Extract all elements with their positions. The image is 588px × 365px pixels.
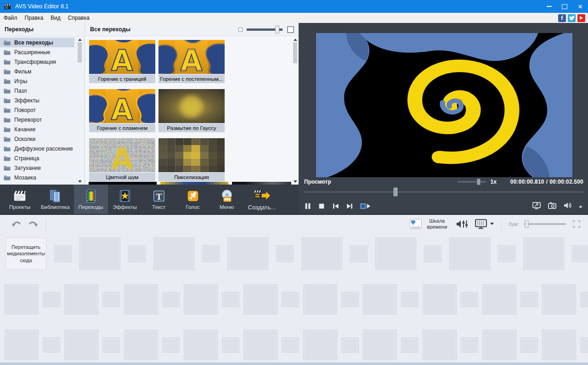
sidebar-item-8[interactable]: Переворот	[0, 115, 74, 124]
seek-track[interactable]	[303, 190, 584, 194]
sidebar-item-label: Трансформация	[14, 59, 56, 65]
maximize-button[interactable]	[557, 0, 572, 13]
preview-panel: Просмотр 1x 00:00:00.810/00:00:02.500	[299, 23, 588, 214]
timeline-scale-button[interactable]: Шкала времени	[410, 218, 449, 230]
create-icon	[253, 188, 271, 203]
volume-expand-icon[interactable]	[579, 205, 582, 208]
storyboard-cell-small	[461, 337, 478, 353]
storyboard-cell-small	[222, 292, 239, 307]
audio-mixer-button[interactable]	[456, 219, 468, 229]
transition-thumbnail: A	[89, 89, 155, 123]
fit-timeline-button[interactable]	[572, 220, 581, 228]
tab-create[interactable]: Создать...	[244, 185, 280, 214]
sidebar-item-14[interactable]: Мозаика	[0, 173, 74, 182]
storyboard-cell-small	[580, 292, 588, 307]
sidebar-item-3[interactable]: Фильм	[0, 67, 74, 76]
sidebar-scrollbar[interactable]	[77, 38, 82, 184]
scrollbar-thumb[interactable]	[78, 42, 82, 62]
menu-item-file[interactable]: Файл	[0, 13, 21, 23]
scroll-down-icon[interactable]	[294, 180, 297, 183]
tab-voice[interactable]: Голос	[176, 185, 210, 214]
facebook-icon[interactable]: f	[558, 14, 566, 22]
scroll-down-icon[interactable]	[78, 180, 82, 183]
play-segment-button[interactable]	[360, 202, 371, 210]
stop-button[interactable]	[318, 202, 325, 210]
scrollbar-thumb[interactable]	[293, 42, 297, 63]
sidebar-item-6[interactable]: Эффекты	[0, 95, 74, 105]
transition-card-pixelate[interactable]: Пикселизация	[157, 137, 226, 183]
tab-label: Текст	[152, 204, 165, 210]
undo-button[interactable]	[11, 219, 22, 229]
tab-transitions-selected[interactable]: Переходы	[74, 185, 108, 214]
storyboard-cell-big	[79, 237, 120, 270]
storyboard-cell-big	[301, 237, 342, 270]
youtube-icon[interactable]	[577, 14, 585, 22]
timeline-zoom-handle[interactable]	[525, 220, 529, 228]
tab-menu[interactable]: Меню	[210, 185, 244, 214]
playback-speed-slider[interactable]	[458, 181, 486, 183]
timeline-horizontal-scrollbar[interactable]	[0, 363, 588, 365]
menu-item-help[interactable]: Справка	[64, 13, 93, 23]
storyboard-cell-small	[498, 245, 515, 262]
play-glyph	[580, 16, 583, 20]
volume-button[interactable]	[563, 202, 572, 211]
transition-card-gaussian-blur[interactable]: Размытие по Гауссу	[157, 88, 226, 134]
sidebar-item-12[interactable]: Страница	[0, 153, 74, 163]
transition-card-burn-border[interactable]: A Горение с границей	[88, 39, 157, 84]
scroll-up-icon[interactable]	[294, 39, 297, 41]
tab-library[interactable]: Библиотека	[37, 185, 74, 214]
redo-button[interactable]	[28, 219, 39, 229]
storyboard-row-2	[0, 284, 588, 314]
sidebar-item-0-selected[interactable]: Все переходы	[0, 38, 74, 47]
thumbnail-size-slider[interactable]	[247, 28, 283, 31]
transitions-gallery: Все переходы A Горение с границей	[85, 23, 299, 185]
tab-projects[interactable]: Проекты	[3, 185, 37, 214]
storyboard-cell-small	[350, 245, 368, 262]
sidebar-item-13[interactable]: Затухание	[0, 163, 74, 173]
sidebar-item-4[interactable]: Игры	[0, 76, 74, 86]
scroll-up-icon[interactable]	[78, 39, 82, 41]
transition-card-label: Размытие по Гауссу	[158, 124, 225, 132]
maximize-icon	[562, 4, 567, 9]
twitter-icon[interactable]	[568, 14, 576, 22]
sidebar-item-11[interactable]: Диффузное рассеяние	[0, 144, 74, 153]
transition-card-burn-gradual[interactable]: A Горение с постепенным...	[157, 39, 226, 84]
gallery-scrollbar[interactable]	[293, 38, 298, 184]
storyboard-cell-small	[43, 292, 60, 307]
pause-button[interactable]	[304, 202, 311, 210]
previous-frame-button[interactable]	[332, 202, 339, 210]
timeline-zoom-slider[interactable]	[524, 223, 566, 225]
playback-speed-handle[interactable]	[477, 179, 481, 185]
small-thumbnail-icon[interactable]	[238, 28, 243, 32]
storyboard-cell-big	[64, 284, 98, 314]
monitor-select-button[interactable]	[475, 219, 494, 229]
tab-effects[interactable]: Эффекты	[108, 185, 142, 214]
seek-handle[interactable]	[393, 187, 398, 197]
fullscreen-button[interactable]	[532, 202, 541, 211]
storyboard-cell-small	[580, 337, 588, 353]
sidebar-item-1[interactable]: Расширенные	[0, 47, 74, 57]
transition-card-color-noise[interactable]: A Цветной шум	[88, 137, 157, 183]
library-icon	[48, 189, 62, 203]
titlebar: AVS Video Editor 8.1 ✕	[0, 0, 588, 13]
sidebar-item-9[interactable]: Качание	[0, 124, 74, 134]
next-frame-button[interactable]	[346, 202, 354, 210]
sidebar-item-2[interactable]: Трансформация	[0, 57, 74, 67]
large-thumbnail-icon[interactable]	[287, 26, 294, 33]
tab-text[interactable]: T Текст	[142, 185, 176, 214]
sidebar-item-7[interactable]: Поворот	[0, 105, 74, 115]
snapshot-button[interactable]	[548, 202, 557, 211]
minimize-button[interactable]	[541, 0, 557, 13]
sidebar-item-label: Все переходы	[14, 39, 53, 46]
sidebar-item-10[interactable]: Осколки	[0, 134, 74, 144]
drop-media-placeholder[interactable]: Перетащить медиаэлементы сюда	[6, 237, 46, 270]
transitions-sidebar: Переходы Все переходыРасширенныеТрансфор…	[0, 23, 85, 185]
sidebar-item-5[interactable]: Пазл	[0, 86, 74, 95]
storyboard-cell-small	[424, 245, 441, 262]
transition-card-burn-flame[interactable]: A Горение с пламенем	[88, 88, 157, 134]
menu-item-view[interactable]: Вид	[47, 13, 64, 23]
seek-bar[interactable]	[303, 187, 584, 197]
menu-item-edit[interactable]: Правка	[21, 13, 47, 23]
thumbnail-size-handle[interactable]	[275, 26, 279, 34]
close-button[interactable]: ✕	[572, 0, 588, 13]
